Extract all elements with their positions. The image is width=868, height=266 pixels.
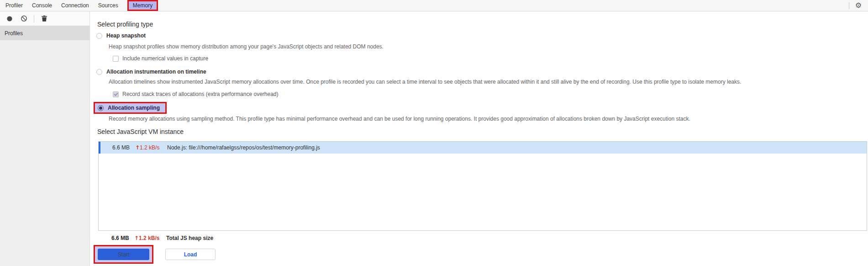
radio-icon[interactable] — [96, 33, 102, 39]
toolbar-separator — [34, 15, 34, 22]
vm-instance-row[interactable]: 6.6 MB ↑1.2 kB/s Node.js: file:///home/r… — [99, 142, 867, 154]
allocation-sampling-description: Record memory allocations using sampling… — [109, 116, 690, 122]
start-button-label: Start — [118, 251, 129, 258]
up-arrow-icon: ↑ — [134, 235, 139, 241]
total-heap-label: Total JS heap size — [166, 235, 213, 241]
heap-snapshot-description: Heap snapshot profiles show memory distr… — [109, 43, 384, 50]
clear-icon[interactable] — [20, 15, 28, 23]
load-button-label: Load — [184, 251, 197, 258]
profiling-type-heading: Select profiling type — [97, 21, 153, 28]
total-heap-size: 6.6 MB — [111, 235, 134, 241]
tabbar-separator — [849, 2, 849, 9]
load-button[interactable]: Load — [165, 249, 216, 260]
tab-connection[interactable]: Connection — [61, 2, 89, 9]
tabbar-right-controls: ⚙ — [849, 2, 868, 9]
tab-sources[interactable]: Sources — [98, 2, 118, 9]
rate-value: 1.2 kB/s — [139, 235, 159, 241]
checkbox-record-stack-traces[interactable]: Record stack traces of allocations (extr… — [113, 91, 279, 97]
vm-heap-size: 6.6 MB — [112, 144, 135, 151]
gear-icon[interactable]: ⚙ — [855, 2, 862, 9]
checkbox-include-numerical-values[interactable]: Include numerical values in capture — [113, 55, 208, 62]
radio-icon[interactable] — [96, 69, 102, 75]
sidebar: Profiles — [0, 26, 90, 266]
option-title: Heap snapshot — [106, 32, 146, 39]
sidebar-item-profiles[interactable]: Profiles — [0, 26, 89, 40]
vm-total-row: 6.6 MB ↑1.2 kB/s Total JS heap size — [111, 235, 213, 241]
vm-instance-heading: Select JavaScript VM instance — [97, 128, 184, 135]
vm-allocation-rate: ↑1.2 kB/s — [135, 144, 164, 151]
radio-allocation-timeline[interactable]: Allocation instrumentation on timeline — [96, 69, 206, 75]
option-title: Allocation instrumentation on timeline — [106, 69, 206, 75]
vm-instance-list: 6.6 MB ↑1.2 kB/s Node.js: file:///home/r… — [98, 141, 867, 231]
record-icon[interactable] — [5, 15, 14, 23]
profiler-toolbar — [0, 11, 90, 26]
radio-allocation-sampling[interactable]: Allocation sampling — [94, 102, 167, 114]
checkbox-icon[interactable] — [113, 56, 119, 62]
vm-instance-name: Node.js: file:///home/rafaelgss/repos/os… — [167, 144, 320, 151]
memory-panel: Select profiling type Heap snapshot Heap… — [90, 11, 868, 266]
allocation-timeline-description: Allocation timelines show instrumented J… — [109, 79, 741, 85]
start-button[interactable]: Start — [98, 249, 149, 260]
radio-heap-snapshot[interactable]: Heap snapshot — [96, 32, 146, 39]
tab-profiler[interactable]: Profiler — [5, 2, 23, 9]
tab-memory[interactable]: Memory — [127, 0, 158, 11]
rate-value: 1.2 kB/s — [140, 144, 159, 151]
total-allocation-rate: ↑1.2 kB/s — [134, 235, 163, 241]
checkbox-label: Include numerical values in capture — [122, 55, 208, 62]
option-title: Allocation sampling — [108, 105, 160, 111]
start-button-annotation: Start — [94, 245, 153, 264]
profiles-label: Profiles — [5, 30, 23, 37]
checkbox-checked-icon[interactable] — [113, 91, 119, 97]
checkbox-label: Record stack traces of allocations (extr… — [122, 91, 279, 97]
radio-selected-icon[interactable] — [98, 105, 104, 111]
devtools-tab-bar: Profiler Console Connection Sources Memo… — [0, 0, 868, 11]
tab-console[interactable]: Console — [32, 2, 52, 9]
trash-icon[interactable] — [40, 15, 48, 23]
up-arrow-icon: ↑ — [135, 144, 140, 151]
